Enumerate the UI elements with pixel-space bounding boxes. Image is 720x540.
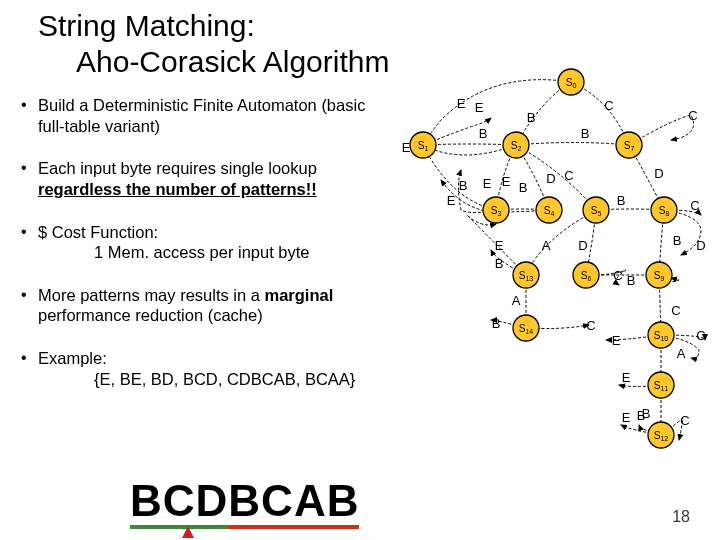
- edge: [516, 143, 629, 146]
- edge: [423, 144, 516, 145]
- edge: [423, 145, 516, 155]
- bullet-2: Each input byte requires single lookup r…: [16, 158, 366, 199]
- edge-label: B: [495, 256, 504, 271]
- example-seg-2: BCAB: [228, 476, 359, 529]
- edge-label: C: [613, 268, 622, 283]
- edge-label: B: [479, 126, 488, 141]
- edge-label: B: [673, 233, 682, 248]
- bullet-list: Build a Deterministic Finite Automaton (…: [16, 95, 366, 411]
- pointer-arrow-icon: [182, 526, 194, 538]
- automaton-diagram: EBCEBEEDCBDCEBEBADBBCDEBABCCBCEACEBECBS0…: [361, 60, 716, 480]
- edge-label: E: [402, 140, 411, 155]
- bullet-5: Example: {E, BE, BD, BCD, CDBCAB, BCAA}: [16, 348, 366, 389]
- edge-label: E: [622, 410, 631, 425]
- edge-label: B: [459, 178, 468, 193]
- edge-label: B: [627, 273, 636, 288]
- edge-label: C: [604, 98, 613, 113]
- edge-label: B: [492, 316, 501, 331]
- edge-label: C: [688, 108, 697, 123]
- edge-label: A: [677, 346, 686, 361]
- edge-label: C: [586, 318, 595, 333]
- edge-label: D: [546, 171, 555, 186]
- edge-label: E: [447, 193, 456, 208]
- edge-label: D: [578, 238, 587, 253]
- edge-label: C: [696, 328, 705, 343]
- edge-label: E: [622, 370, 631, 385]
- slide-number: 18: [672, 508, 690, 526]
- edge-label: A: [512, 293, 521, 308]
- bullet-3: $ Cost Function: 1 Mem. access per input…: [16, 222, 366, 263]
- edge-label: C: [680, 413, 689, 428]
- edge-label: E: [502, 174, 511, 189]
- edge-label: B: [617, 193, 626, 208]
- edge-label: B: [637, 408, 646, 423]
- edge-label: A: [542, 238, 551, 253]
- edge: [423, 80, 571, 145]
- example-word: BCDBCAB: [130, 476, 359, 526]
- edge-label: C: [690, 198, 699, 213]
- edge-label: C: [564, 168, 573, 183]
- edge-label: E: [457, 96, 466, 111]
- example-seg-1: BCD: [130, 476, 228, 529]
- edge-label: E: [612, 333, 621, 348]
- bullet-1: Build a Deterministic Finite Automaton (…: [16, 95, 366, 136]
- edge-label: D: [696, 238, 705, 253]
- title-line-1: String Matching:: [38, 8, 720, 44]
- edge-label: E: [483, 176, 492, 191]
- bullet-4: More patterns may results in a marginal …: [16, 285, 366, 326]
- edge-label: E: [495, 238, 504, 253]
- edge-label: B: [527, 110, 536, 125]
- edge-label: D: [654, 166, 663, 181]
- edge-label: B: [581, 126, 590, 141]
- edge-label: E: [475, 100, 484, 115]
- edge-label: C: [671, 303, 680, 318]
- edge-label: B: [519, 180, 528, 195]
